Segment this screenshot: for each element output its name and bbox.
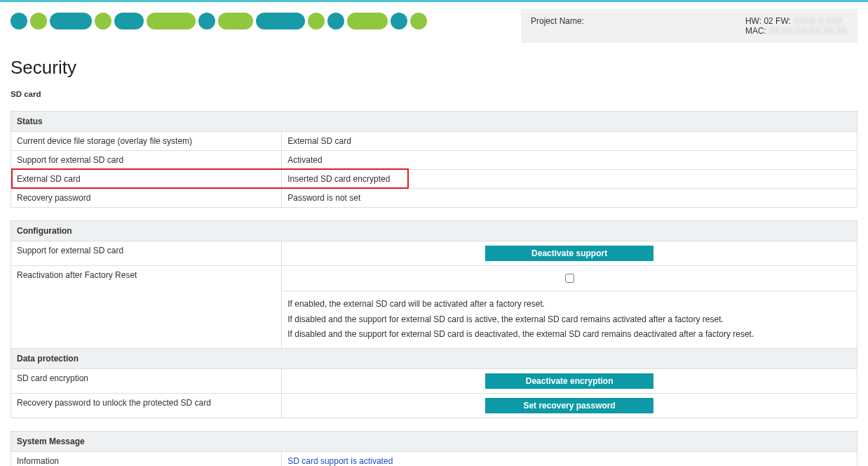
desc-line: If disabled and the support for external…	[287, 327, 851, 342]
system-message-table: System Message Information SD card suppo…	[11, 431, 857, 466]
status-label: Recovery password	[11, 189, 282, 208]
recovery-password-label: Recovery password to unlock the protecte…	[11, 393, 282, 418]
table-row: External SD card Inserted SD card encryp…	[11, 170, 857, 189]
status-label: Current device file storage (overlay fil…	[11, 132, 282, 151]
table-row: Support for external SD card Activated	[11, 151, 857, 170]
status-head: Status	[11, 112, 857, 132]
status-table: Status Current device file storage (over…	[11, 111, 857, 208]
hw-label: HW:	[745, 16, 761, 26]
system-message-value: SD card support is activated	[282, 451, 857, 466]
header-row: Project Name: HW: 02 FW: XXXX.X.XXX MAC:…	[0, 2, 868, 43]
reactivation-description: If enabled, the external SD card will be…	[282, 291, 857, 348]
project-info-box: Project Name: HW: 02 FW: XXXX.X.XXX MAC:…	[521, 9, 857, 43]
status-value: Inserted SD card encrypted	[282, 170, 857, 189]
table-row: Support for external SD card Deactivate …	[11, 241, 857, 266]
fw-value: XXXX.X.XXX	[793, 16, 843, 26]
table-row: Information SD card support is activated	[11, 451, 857, 466]
table-row: SD card encryption Deactivate encryption	[11, 368, 857, 393]
project-name-label: Project Name:	[531, 16, 584, 26]
deactivate-encryption-button[interactable]: Deactivate encryption	[485, 373, 653, 389]
reactivation-checkbox[interactable]	[565, 274, 574, 283]
mac-value: XX:XX:XX:XX:XX:XX	[768, 26, 848, 36]
support-external-sd-label: Support for external SD card	[11, 241, 282, 266]
page-subtitle: SD card	[11, 90, 857, 98]
page-title: Security	[11, 57, 857, 79]
page-body: Security SD card Status Current device f…	[0, 43, 868, 466]
mac-label: MAC:	[745, 26, 766, 36]
table-row: Current device file storage (overlay fil…	[11, 132, 857, 151]
logo-blobs	[11, 13, 427, 29]
status-value: Password is not set	[282, 189, 857, 208]
table-row: Recovery password to unlock the protecte…	[11, 393, 857, 418]
sd-encryption-label: SD card encryption	[11, 368, 282, 393]
configuration-table: Configuration Support for external SD ca…	[11, 220, 857, 418]
status-section-wrap: Status Current device file storage (over…	[11, 111, 857, 208]
data-protection-head: Data protection	[11, 348, 857, 368]
fw-label: FW:	[775, 16, 791, 26]
mac-row: MAC: XX:XX:XX:XX:XX:XX	[745, 26, 848, 36]
status-value: External SD card	[282, 132, 857, 151]
desc-line: If disabled and the support for external…	[287, 312, 851, 328]
deactivate-support-button[interactable]: Deactivate support	[485, 246, 653, 261]
table-row: Reactivation after Factory Reset If enab…	[11, 266, 857, 349]
hw-value: 02	[764, 16, 773, 26]
hw-fw-row: HW: 02 FW: XXXX.X.XXX	[745, 16, 848, 26]
desc-line: If enabled, the external SD card will be…	[287, 297, 851, 312]
reactivation-label: Reactivation after Factory Reset	[11, 266, 282, 349]
system-message-head: System Message	[11, 431, 857, 451]
system-message-label: Information	[11, 451, 282, 466]
set-recovery-password-button[interactable]: Set recovery password	[485, 398, 653, 413]
status-label: Support for external SD card	[11, 151, 282, 170]
project-name-row: Project Name:	[531, 16, 731, 36]
table-row: Recovery password Password is not set	[11, 189, 857, 208]
configuration-head: Configuration	[11, 221, 857, 241]
status-value: Activated	[282, 151, 857, 170]
status-label: External SD card	[11, 170, 282, 189]
